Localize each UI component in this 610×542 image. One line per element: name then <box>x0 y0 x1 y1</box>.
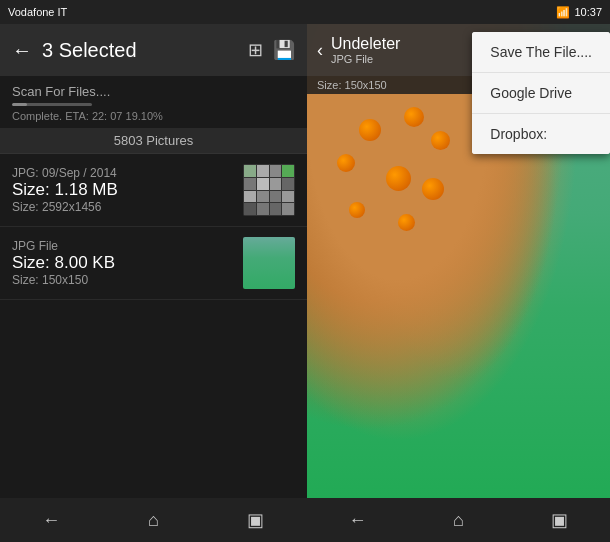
google-drive-option[interactable]: Google Drive <box>472 73 610 114</box>
file-info-2: JPG File Size: 8.00 KB Size: 150x150 <box>12 239 235 287</box>
nav-home-left[interactable]: ⌂ <box>133 500 173 540</box>
file-type-2: JPG File <box>12 239 235 253</box>
nav-home-right[interactable]: ⌂ <box>439 500 479 540</box>
file-size-2: Size: 8.00 KB <box>12 253 235 273</box>
back-button[interactable]: ← <box>12 39 32 62</box>
scan-label: Scan For Files.... <box>12 84 295 99</box>
time-label: 10:37 <box>574 6 602 18</box>
scan-progress-fill <box>12 103 27 106</box>
thumb1-grid <box>243 164 295 216</box>
file-thumb-1 <box>243 164 295 216</box>
pictures-count-header: 5803 Pictures <box>0 128 307 154</box>
scan-progress-bar <box>12 103 92 106</box>
carrier-label: Vodafone IT <box>8 6 67 18</box>
status-bar-right: 📶 10:37 <box>556 6 602 19</box>
file-size-1: Size: 1.18 MB <box>12 180 235 200</box>
file-info-1: JPG: 09/Sep / 2014 Size: 1.18 MB Size: 2… <box>12 166 235 214</box>
nav-recents-right[interactable]: ▣ <box>540 500 580 540</box>
left-panel: ← 3 Selected ⊞ 💾 Scan For Files.... Comp… <box>0 24 307 498</box>
scan-section: Scan For Files.... Complete. ETA: 22: 07… <box>0 76 307 128</box>
scan-status: Complete. ETA: 22: 07 19.10% <box>12 110 295 122</box>
file-list: JPG: 09/Sep / 2014 Size: 1.18 MB Size: 2… <box>0 154 307 498</box>
nav-left: ← ⌂ ▣ <box>0 498 307 542</box>
thumb2-grass <box>243 237 295 289</box>
nav-right: ← ⌂ ▣ <box>307 498 610 542</box>
status-bar: Vodafone IT 📶 10:37 <box>0 0 610 24</box>
nav-back-left[interactable]: ← <box>31 500 71 540</box>
file-item-2[interactable]: JPG File Size: 8.00 KB Size: 150x150 <box>0 227 307 300</box>
file-dimensions-1: Size: 2592x1456 <box>12 200 235 214</box>
selection-title: 3 Selected <box>42 39 238 62</box>
save-button[interactable]: 💾 <box>273 39 295 61</box>
save-file-option[interactable]: Save The File.... <box>472 32 610 73</box>
dropdown-menu: Save The File.... Google Drive Dropbox: <box>472 32 610 154</box>
file-thumb-2 <box>243 237 295 289</box>
nav-recents-left[interactable]: ▣ <box>236 500 276 540</box>
wifi-icon: 📶 <box>556 6 570 19</box>
right-panel: ‹ Undeleter JPG File ⋮ Size: 150x150 Sav… <box>307 24 610 498</box>
right-back-button[interactable]: ‹ <box>317 40 323 61</box>
panels-container: ← 3 Selected ⊞ 💾 Scan For Files.... Comp… <box>0 24 610 498</box>
left-toolbar: ← 3 Selected ⊞ 💾 <box>0 24 307 76</box>
size-info-label: Size: 150x150 <box>317 79 387 91</box>
nav-back-right[interactable]: ← <box>338 500 378 540</box>
file-item-1[interactable]: JPG: 09/Sep / 2014 Size: 1.18 MB Size: 2… <box>0 154 307 227</box>
file-dimensions-2: Size: 150x150 <box>12 273 235 287</box>
grid-view-button[interactable]: ⊞ <box>248 39 263 61</box>
nav-bar: ← ⌂ ▣ ← ⌂ ▣ <box>0 498 610 542</box>
dropbox-option[interactable]: Dropbox: <box>472 114 610 154</box>
file-type-1: JPG: 09/Sep / 2014 <box>12 166 235 180</box>
